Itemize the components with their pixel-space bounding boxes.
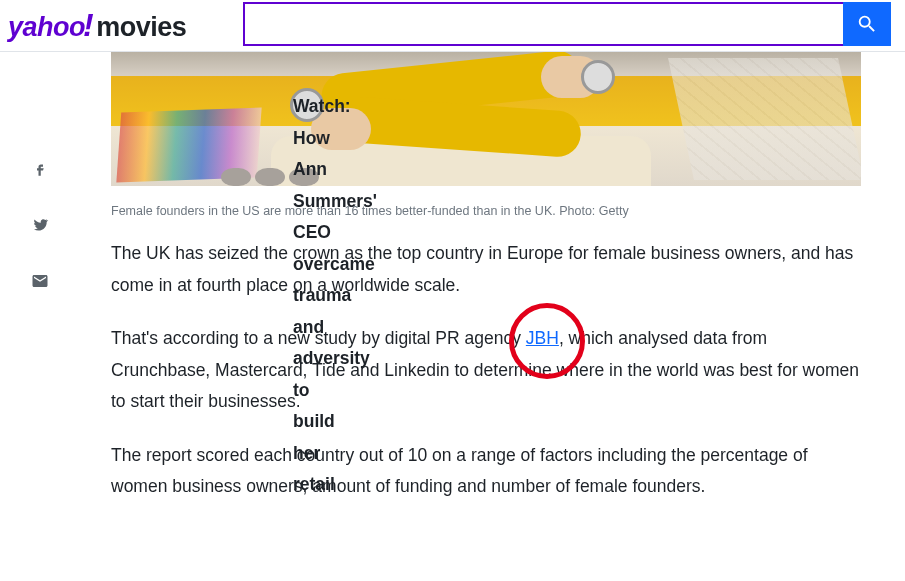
paragraph-1: The UK has seized the crown as the top c… — [111, 238, 861, 301]
page: Female founders in the US are more than … — [0, 52, 905, 503]
paragraph-4-watch-heading: Watch: How Ann Summers' CEO overcame tra… — [290, 88, 324, 122]
share-email-button[interactable] — [31, 272, 49, 290]
hero: Female founders in the US are more than … — [111, 52, 861, 218]
twitter-icon — [31, 216, 49, 234]
logo-brand: yahoo — [8, 12, 85, 43]
site-header: yahoo!movies — [0, 0, 905, 52]
search-icon — [856, 13, 878, 35]
image-caption: Female founders in the US are more than … — [111, 204, 861, 218]
article-body: The UK has seized the crown as the top c… — [111, 238, 861, 503]
facebook-icon — [31, 160, 49, 178]
logo-bang: ! — [83, 7, 93, 44]
share-twitter-button[interactable] — [31, 216, 49, 234]
email-icon — [31, 272, 49, 290]
paragraph-2: That's according to a new study by digit… — [111, 323, 861, 418]
share-sidebar — [20, 160, 60, 290]
paragraph-3: The report scored each country out of 10… — [111, 440, 861, 503]
share-facebook-button[interactable] — [31, 160, 49, 178]
jbh-link[interactable]: JBH — [526, 328, 559, 348]
hero-image — [111, 52, 861, 186]
site-logo[interactable]: yahoo!movies — [8, 7, 186, 44]
search-button[interactable] — [843, 2, 891, 46]
logo-section: movies — [96, 12, 186, 43]
article: Female founders in the US are more than … — [111, 52, 861, 503]
search-input[interactable] — [243, 2, 843, 46]
search-form — [243, 2, 891, 46]
